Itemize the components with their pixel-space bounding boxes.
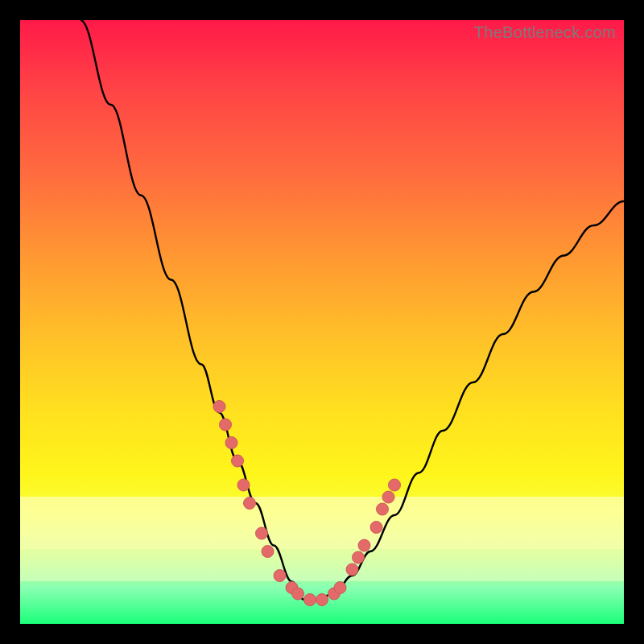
bottleneck-curve — [80, 20, 624, 600]
marker-point — [262, 546, 274, 558]
marker-group — [213, 401, 401, 606]
marker-point — [244, 497, 256, 510]
marker-point — [225, 437, 237, 449]
watermark-text: TheBottleneck.com — [474, 23, 616, 42]
marker-point — [256, 527, 268, 539]
marker-point — [370, 522, 382, 534]
marker-point — [304, 594, 316, 606]
marker-point — [316, 594, 328, 606]
marker-point — [220, 419, 232, 431]
marker-point — [353, 551, 365, 564]
marker-point — [346, 564, 358, 576]
chart-frame: TheBottleneck.com — [20, 20, 624, 624]
marker-point — [334, 582, 346, 594]
marker-point — [213, 401, 225, 413]
marker-point — [377, 503, 389, 515]
chart-svg — [20, 20, 624, 624]
marker-point — [292, 588, 304, 600]
marker-point — [358, 539, 370, 551]
marker-point — [237, 479, 250, 491]
marker-point — [389, 479, 401, 491]
marker-point — [274, 570, 286, 582]
marker-point — [382, 491, 394, 503]
marker-point — [232, 455, 244, 467]
